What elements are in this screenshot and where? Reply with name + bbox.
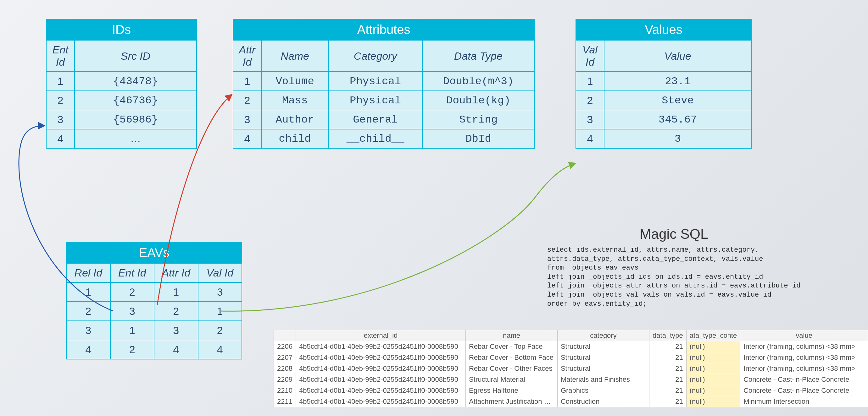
val-r3c1: 3 <box>604 129 751 148</box>
val-r1c0: 2 <box>576 91 604 110</box>
eav-r1c2: 2 <box>154 302 198 321</box>
results-row: 22064b5cdf14-d0b1-40eb-99b2-0255d2451ff0… <box>274 341 868 352</box>
r4c2: Egress Halftone <box>466 385 558 396</box>
r0c0: 2206 <box>274 341 296 352</box>
ids-table: IDs Ent Id Src ID 1{43478} 2{46736} 3{56… <box>46 19 197 149</box>
r2c1: 4b5cdf14-d0b1-40eb-99b2-0255d2451ff0-000… <box>296 363 465 374</box>
eav-hdr-1: Ent Id <box>111 263 154 282</box>
r4c6: Concrete - Cast-in-Place Concrete <box>740 385 868 396</box>
sql-code: select ids.external_id, attrs.name, attr… <box>547 246 800 309</box>
eav-r1c1: 3 <box>111 302 154 321</box>
r0c6: Interior (framing, columns) <38 mm> <box>740 341 868 352</box>
val-r0c1: 23.1 <box>604 72 751 91</box>
r3c0: 2209 <box>274 374 296 385</box>
ids-r0c1: {43478} <box>74 72 196 91</box>
r-h6: value <box>740 330 868 341</box>
r2c0: 2208 <box>274 363 296 374</box>
r2c5: (null) <box>686 363 740 374</box>
eav-r0c2: 1 <box>154 282 198 302</box>
sql-block: Magic SQL select ids.external_id, attrs.… <box>547 226 800 309</box>
val-r3c0: 4 <box>576 129 604 148</box>
ids-hdr-1: Src ID <box>74 40 196 72</box>
attr-r3c1: child <box>261 129 328 148</box>
eav-r0c1: 2 <box>111 282 154 302</box>
eav-r3c1: 2 <box>111 340 154 359</box>
eav-r3c3: 4 <box>198 340 242 359</box>
eav-r1c3: 1 <box>198 302 242 321</box>
r-h2: name <box>466 330 558 341</box>
r-h3: category <box>557 330 649 341</box>
r5c0: 2211 <box>274 396 296 407</box>
r3c3: Materials and Finishes <box>557 374 649 385</box>
eav-r3c2: 4 <box>154 340 198 359</box>
r5c6: Minimum Intersection <box>740 396 868 407</box>
r4c4: 21 <box>649 385 686 396</box>
attr-r3c3: DbId <box>422 129 534 148</box>
results-row: 22074b5cdf14-d0b1-40eb-99b2-0255d2451ff0… <box>274 352 868 363</box>
r3c6: Concrete - Cast-in-Place Concrete <box>740 374 868 385</box>
results-row: 22114b5cdf14-d0b1-40eb-99b2-0255d2451ff0… <box>274 396 868 407</box>
r2c2: Rebar Cover - Other Faces <box>466 363 558 374</box>
attr-title: Attributes <box>233 19 534 40</box>
r0c1: 4b5cdf14-d0b1-40eb-99b2-0255d2451ff0-000… <box>296 341 465 352</box>
results-row: 22104b5cdf14-d0b1-40eb-99b2-0255d2451ff0… <box>274 385 868 396</box>
r1c2: Rebar Cover - Bottom Face <box>466 352 558 363</box>
ids-r1c0: 2 <box>46 91 74 110</box>
eav-r2c2: 3 <box>154 321 198 340</box>
r2c6: Interior (framing, columns) <38 mm> <box>740 363 868 374</box>
attr-r2c0: 3 <box>233 110 261 129</box>
attr-r3c2: __child__ <box>328 129 422 148</box>
attr-r2c1: Author <box>261 110 328 129</box>
r0c5: (null) <box>686 341 740 352</box>
r5c2: Attachment Justification … <box>466 396 558 407</box>
val-hdr-0: Val Id <box>576 40 604 72</box>
results-header-row: external_id name category data_type ata_… <box>274 330 868 341</box>
eav-r0c3: 3 <box>198 282 242 302</box>
r4c0: 2210 <box>274 385 296 396</box>
r1c4: 21 <box>649 352 686 363</box>
eav-r2c1: 1 <box>111 321 154 340</box>
attr-hdr-3: Data Type <box>422 40 534 72</box>
attr-r0c0: 1 <box>233 72 261 91</box>
attributes-table: Attributes Attr Id Name Category Data Ty… <box>233 19 535 149</box>
r3c5: (null) <box>686 374 740 385</box>
eavs-table: EAVs Rel Id Ent Id Attr Id Val Id 1213 2… <box>66 242 242 359</box>
r0c3: Structural <box>557 341 649 352</box>
ids-r2c0: 3 <box>46 110 74 129</box>
val-hdr-1: Value <box>604 40 751 72</box>
ids-r3c1: … <box>74 129 196 148</box>
eav-r2c3: 2 <box>198 321 242 340</box>
attr-r0c3: Double(m^3) <box>422 72 534 91</box>
attr-r2c3: String <box>422 110 534 129</box>
r3c4: 21 <box>649 374 686 385</box>
r5c1: 4b5cdf14-d0b1-40eb-99b2-0255d2451ff0-000… <box>296 396 465 407</box>
results-row: 22084b5cdf14-d0b1-40eb-99b2-0255d2451ff0… <box>274 363 868 374</box>
ids-hdr-0: Ent Id <box>46 40 74 72</box>
r3c1: 4b5cdf14-d0b1-40eb-99b2-0255d2451ff0-000… <box>296 374 465 385</box>
r1c0: 2207 <box>274 352 296 363</box>
eav-r1c0: 2 <box>66 302 111 321</box>
r0c2: Rebar Cover - Top Face <box>466 341 558 352</box>
r2c3: Structural <box>557 363 649 374</box>
attr-hdr-1: Name <box>261 40 328 72</box>
r-h4: data_type <box>649 330 686 341</box>
eav-r3c0: 4 <box>66 340 111 359</box>
ids-r0c0: 1 <box>46 72 74 91</box>
values-table: Values Val Id Value 123.1 2Steve 3345.67… <box>576 19 752 149</box>
eav-r2c0: 3 <box>66 321 111 340</box>
sql-title: Magic SQL <box>547 226 800 242</box>
val-r1c1: Steve <box>604 91 751 110</box>
eav-title: EAVs <box>66 242 242 263</box>
ids-r1c1: {46736} <box>74 91 196 110</box>
r1c6: Interior (framing, columns) <38 mm> <box>740 352 868 363</box>
val-r2c0: 3 <box>576 110 604 129</box>
ids-title: IDs <box>46 19 196 40</box>
r1c1: 4b5cdf14-d0b1-40eb-99b2-0255d2451ff0-000… <box>296 352 465 363</box>
ids-r3c0: 4 <box>46 129 74 148</box>
r-h1: external_id <box>296 330 465 341</box>
attr-r1c3: Double(kg) <box>422 91 534 110</box>
attr-hdr-2: Category <box>328 40 422 72</box>
r0c4: 21 <box>649 341 686 352</box>
attr-r2c2: General <box>328 110 422 129</box>
r1c5: (null) <box>686 352 740 363</box>
